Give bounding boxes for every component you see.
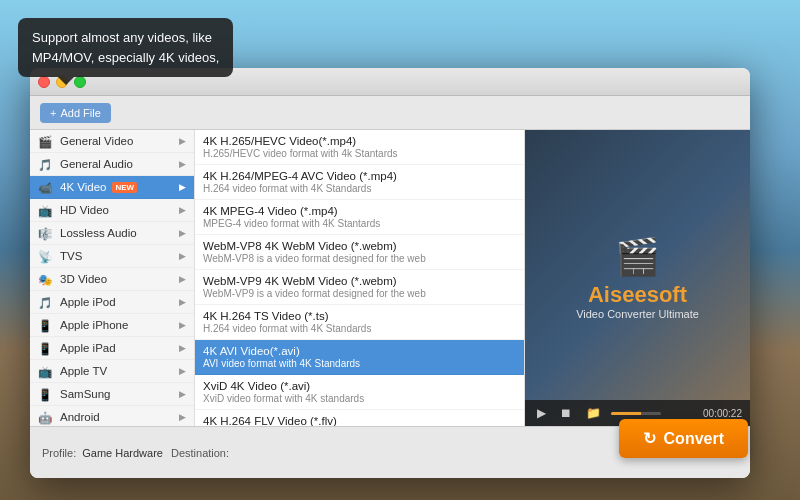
chevron-right-icon: ▶ [179, 320, 186, 330]
app-window: + Add File 🎬General Video▶🎵General Audio… [30, 68, 750, 478]
add-file-icon: + [50, 107, 56, 119]
category-label: TVS [60, 250, 82, 262]
brand-logo: 🎬 Aiseesoft Video Converter Ultimate [576, 236, 699, 320]
sidebar-item-apple-tv[interactable]: 📺Apple TV▶ [30, 360, 194, 383]
format-desc: H.265/HEVC video format with 4k Stantard… [203, 148, 516, 159]
category-icon: 🎵 [38, 296, 54, 308]
profile-field: Profile: Game Hardware [42, 447, 163, 459]
volume-slider[interactable] [611, 412, 661, 415]
sidebar-item-apple-iphone[interactable]: 📱Apple iPhone▶ [30, 314, 194, 337]
format-list[interactable]: 4K H.265/HEVC Video(*.mp4)H.265/HEVC vid… [195, 130, 525, 426]
chevron-right-icon: ▶ [179, 182, 186, 192]
chevron-right-icon: ▶ [179, 159, 186, 169]
category-icon: 📱 [38, 342, 54, 354]
category-icon: 🤖 [38, 411, 54, 423]
format-desc: XviD video format with 4K standards [203, 393, 516, 404]
category-label: Lossless Audio [60, 227, 137, 239]
category-label: Android [60, 411, 100, 423]
format-name: WebM-VP8 4K WebM Video (*.webm) [203, 240, 516, 252]
chevron-right-icon: ▶ [179, 343, 186, 353]
category-icon: 📱 [38, 319, 54, 331]
profile-value: Game Hardware [82, 447, 163, 459]
brand-name: Aiseesoft [576, 282, 699, 308]
sidebar-item-3d-video[interactable]: 🎭3D Video▶ [30, 268, 194, 291]
format-item-avi-4k[interactable]: 4K AVI Video(*.avi)AVI video format with… [195, 340, 524, 375]
sidebar-item-samsung[interactable]: 📱SamSung▶ [30, 383, 194, 406]
format-item-webm-vp8[interactable]: WebM-VP8 4K WebM Video (*.webm)WebM-VP8 … [195, 235, 524, 270]
close-button[interactable] [38, 76, 50, 88]
format-name: 4K H.265/HEVC Video(*.mp4) [203, 135, 516, 147]
format-desc: WebM-VP8 is a video format designed for … [203, 253, 516, 264]
format-item-h264-ts[interactable]: 4K H.264 TS Video (*.ts)H.264 video form… [195, 305, 524, 340]
category-icon: 🎵 [38, 158, 54, 170]
destination-label: Destination: [171, 447, 229, 459]
category-icon: 📡 [38, 250, 54, 262]
chevron-right-icon: ▶ [179, 297, 186, 307]
sidebar-item-lossless-audio[interactable]: 🎼Lossless Audio▶ [30, 222, 194, 245]
format-name: 4K H.264/MPEG-4 AVC Video (*.mp4) [203, 170, 516, 182]
format-name: WebM-VP9 4K WebM Video (*.webm) [203, 275, 516, 287]
format-name: 4K AVI Video(*.avi) [203, 345, 516, 357]
play-button[interactable]: ▶ [533, 404, 550, 422]
chevron-right-icon: ▶ [179, 389, 186, 399]
format-item-mpeg4-mp4[interactable]: 4K MPEG-4 Video (*.mp4)MPEG-4 video form… [195, 200, 524, 235]
time-display: 00:00:22 [703, 408, 742, 419]
category-label: Apple iPod [60, 296, 116, 308]
category-label: 3D Video [60, 273, 107, 285]
convert-icon: ↻ [643, 429, 656, 448]
category-label: General Audio [60, 158, 133, 170]
brand-tagline: Video Converter Ultimate [576, 308, 699, 320]
category-icon: 📺 [38, 204, 54, 216]
category-label: General Video [60, 135, 133, 147]
format-desc: AVI video format with 4K Standards [203, 358, 516, 369]
format-item-h265-mp4[interactable]: 4K H.265/HEVC Video(*.mp4)H.265/HEVC vid… [195, 130, 524, 165]
add-file-label: Add File [60, 107, 100, 119]
format-item-webm-vp9[interactable]: WebM-VP9 4K WebM Video (*.webm)WebM-VP9 … [195, 270, 524, 305]
add-file-bar: + Add File [30, 96, 750, 130]
sidebar-item-general-audio[interactable]: 🎵General Audio▶ [30, 153, 194, 176]
format-name: 4K MPEG-4 Video (*.mp4) [203, 205, 516, 217]
sidebar-item-hd-video[interactable]: 📺HD Video▶ [30, 199, 194, 222]
format-desc: H.264 video format with 4K Standards [203, 323, 516, 334]
tooltip-line1: Support almost any videos, like [32, 30, 212, 45]
category-icon: 📱 [38, 388, 54, 400]
add-file-button[interactable]: + Add File [40, 103, 111, 123]
folder-button[interactable]: 📁 [582, 404, 605, 422]
category-label: HD Video [60, 204, 109, 216]
category-label: SamSung [60, 388, 111, 400]
main-content: 🎬General Video▶🎵General Audio▶📹4K VideoN… [30, 130, 750, 426]
category-label: Apple iPad [60, 342, 116, 354]
maximize-button[interactable] [74, 76, 86, 88]
category-icon: 📹 [38, 181, 54, 193]
chevron-right-icon: ▶ [179, 366, 186, 376]
chevron-right-icon: ▶ [179, 412, 186, 422]
sidebar-item-tvs[interactable]: 📡TVS▶ [30, 245, 194, 268]
sidebar-item-general-video[interactable]: 🎬General Video▶ [30, 130, 194, 153]
profile-label: Profile: [42, 447, 76, 459]
category-label: 4K Video [60, 181, 106, 193]
category-list[interactable]: 🎬General Video▶🎵General Audio▶📹4K VideoN… [30, 130, 195, 426]
format-item-xvid-4k[interactable]: XviD 4K Video (*.avi)XviD video format w… [195, 375, 524, 410]
sidebar-item-4k-video[interactable]: 📹4K VideoNEW▶ [30, 176, 194, 199]
format-name: 4K H.264 FLV Video (*.flv) [203, 415, 516, 426]
chevron-right-icon: ▶ [179, 274, 186, 284]
tooltip-line2: MP4/MOV, especially 4K videos, [32, 50, 219, 65]
format-item-h264-avc-mp4[interactable]: 4K H.264/MPEG-4 AVC Video (*.mp4)H.264 v… [195, 165, 524, 200]
format-item-h264-flv[interactable]: 4K H.264 FLV Video (*.flv)H.264 video fo… [195, 410, 524, 426]
convert-label: Convert [664, 430, 724, 448]
category-icon: 📺 [38, 365, 54, 377]
video-preview: 🎬 Aiseesoft Video Converter Ultimate ▶ ⏹… [525, 130, 750, 426]
format-desc: MPEG-4 video format with 4K Stantards [203, 218, 516, 229]
category-label: Apple iPhone [60, 319, 128, 331]
sidebar-item-android[interactable]: 🤖Android▶ [30, 406, 194, 426]
tooltip-bubble: Support almost any videos, like MP4/MOV,… [18, 18, 233, 77]
category-icon: 🎼 [38, 227, 54, 239]
brand-icon: 🎬 [576, 236, 699, 278]
stop-button[interactable]: ⏹ [556, 404, 576, 422]
category-icon: 🎭 [38, 273, 54, 285]
convert-button[interactable]: ↻ Convert [619, 419, 748, 458]
sidebar-item-apple-ipad[interactable]: 📱Apple iPad▶ [30, 337, 194, 360]
format-name: XviD 4K Video (*.avi) [203, 380, 516, 392]
sidebar-item-apple-ipod[interactable]: 🎵Apple iPod▶ [30, 291, 194, 314]
chevron-right-icon: ▶ [179, 228, 186, 238]
